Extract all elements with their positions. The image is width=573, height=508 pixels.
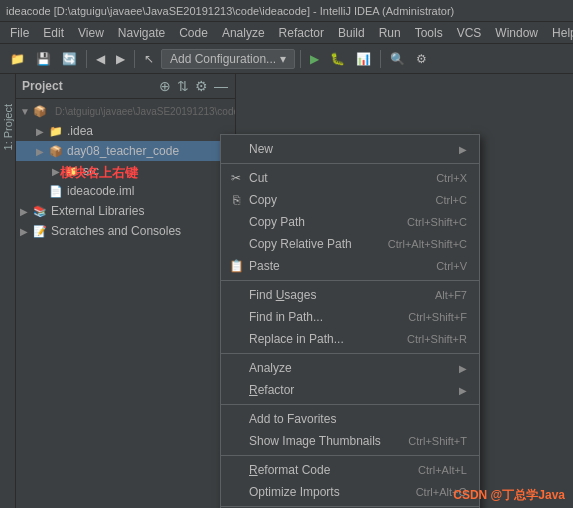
ctx-item-refactor[interactable]: Refactor ▶ xyxy=(221,379,479,401)
ctx-item-cut[interactable]: ✂ Cut Ctrl+X xyxy=(221,167,479,189)
scratch-icon: 📝 xyxy=(32,223,48,239)
ctx-label-find-usages: Find Usages xyxy=(249,288,316,302)
menu-code[interactable]: Code xyxy=(173,24,214,42)
ctx-shortcut-paste: Ctrl+V xyxy=(436,260,467,272)
project-panel: Project ⊕ ⇅ ⚙ — ▼ 📦 ideacode D:\atguigu\… xyxy=(16,74,236,508)
project-tab-label[interactable]: 1: Project xyxy=(2,104,14,150)
tree-arrow-src: ▶ xyxy=(52,166,64,177)
ctx-label-copy-path: Copy Path xyxy=(249,215,305,229)
tree-arrow-idea: ▶ xyxy=(36,126,48,137)
analyze-submenu-arrow: ▶ xyxy=(459,363,467,374)
toolbar-back-btn[interactable]: ◀ xyxy=(92,50,109,68)
tree-label-idea: .idea xyxy=(67,124,231,138)
panel-sort-icon[interactable]: ⇅ xyxy=(176,77,190,95)
ctx-shortcut-cut: Ctrl+X xyxy=(436,172,467,184)
toolbar-open-btn[interactable]: 📁 xyxy=(6,50,29,68)
toolbar-debug-btn[interactable]: 🐛 xyxy=(326,50,349,68)
ctx-item-optimize-imports[interactable]: Optimize Imports Ctrl+Alt+O xyxy=(221,481,479,503)
watermark: CSDN @丁总学Java xyxy=(453,487,565,504)
menu-help[interactable]: Help xyxy=(546,24,573,42)
ctx-item-replace-in-path[interactable]: Replace in Path... Ctrl+Shift+R xyxy=(221,328,479,350)
toolbar-search-btn[interactable]: 🔍 xyxy=(386,50,409,68)
title-bar: ideacode [D:\atguigu\javaee\JavaSE201912… xyxy=(0,0,573,22)
ctx-label-analyze: Analyze xyxy=(249,361,292,375)
ctx-item-reformat[interactable]: Reformat Code Ctrl+Alt+L xyxy=(221,459,479,481)
panel-header: Project ⊕ ⇅ ⚙ — xyxy=(16,74,235,99)
tree-item-ideacode[interactable]: ▼ 📦 ideacode D:\atguigu\javaee\JavaSE201… xyxy=(16,101,235,121)
menu-tools[interactable]: Tools xyxy=(409,24,449,42)
tree-arrow-scratches: ▶ xyxy=(20,226,32,237)
menu-run[interactable]: Run xyxy=(373,24,407,42)
tree-arrow-ext-libs: ▶ xyxy=(20,206,32,217)
menu-vcs[interactable]: VCS xyxy=(451,24,488,42)
toolbar-run-btn[interactable]: ▶ xyxy=(306,50,323,68)
ctx-label-reformat: Reformat Code xyxy=(249,463,330,477)
menu-view[interactable]: View xyxy=(72,24,110,42)
ctx-item-paste[interactable]: 📋 Paste Ctrl+V xyxy=(221,255,479,277)
toolbar-settings-btn[interactable]: ⚙ xyxy=(412,50,431,68)
module-icon-ideacode: 📦 xyxy=(32,103,48,119)
ctx-shortcut-copy-relative-path: Ctrl+Alt+Shift+C xyxy=(388,238,467,250)
tree-label-scratches: Scratches and Consoles xyxy=(51,224,231,238)
toolbar-separator-4 xyxy=(380,50,381,68)
ctx-item-find-in-path[interactable]: Find in Path... Ctrl+Shift+F xyxy=(221,306,479,328)
ctx-item-add-favorites[interactable]: Add to Favorites xyxy=(221,408,479,430)
add-config-arrow-icon: ▾ xyxy=(280,52,286,66)
toolbar-cursor-btn[interactable]: ↖ xyxy=(140,50,158,68)
tree-label-iml: ideacode.iml xyxy=(67,184,231,198)
add-configuration-button[interactable]: Add Configuration... ▾ xyxy=(161,49,295,69)
context-menu: New ▶ ✂ Cut Ctrl+X ⎘ Copy Ctrl+C Copy Pa… xyxy=(220,134,480,508)
side-tab[interactable]: 1: Project xyxy=(0,74,16,508)
menu-build[interactable]: Build xyxy=(332,24,371,42)
toolbar-separator-1 xyxy=(86,50,87,68)
ctx-sep-6 xyxy=(221,506,479,507)
tree-item-iml[interactable]: ▶ 📄 ideacode.iml xyxy=(16,181,235,201)
ctx-item-new[interactable]: New ▶ xyxy=(221,138,479,160)
panel-minimize-icon[interactable]: — xyxy=(213,77,229,95)
module-icon-day08: 📦 xyxy=(48,143,64,159)
ctx-item-analyze[interactable]: Analyze ▶ xyxy=(221,357,479,379)
ctx-item-find-usages[interactable]: Find Usages Alt+F7 xyxy=(221,284,479,306)
toolbar-save-btn[interactable]: 💾 xyxy=(32,50,55,68)
menu-edit[interactable]: Edit xyxy=(37,24,70,42)
toolbar-sync-btn[interactable]: 🔄 xyxy=(58,50,81,68)
ctx-label-copy-relative-path: Copy Relative Path xyxy=(249,237,352,251)
ctx-item-copy-path[interactable]: Copy Path Ctrl+Shift+C xyxy=(221,211,479,233)
tree-item-src[interactable]: ▶ 📁 src xyxy=(16,161,235,181)
ctx-label-cut: Cut xyxy=(249,171,268,185)
menu-window[interactable]: Window xyxy=(489,24,544,42)
tree-item-ext-libs[interactable]: ▶ 📚 External Libraries xyxy=(16,201,235,221)
ctx-label-refactor: Refactor xyxy=(249,383,294,397)
tree-item-idea[interactable]: ▶ 📁 .idea xyxy=(16,121,235,141)
menu-file[interactable]: File xyxy=(4,24,35,42)
ctx-shortcut-find-in-path: Ctrl+Shift+F xyxy=(408,311,467,323)
ctx-label-optimize-imports: Optimize Imports xyxy=(249,485,340,499)
ctx-shortcut-copy: Ctrl+C xyxy=(436,194,467,206)
toolbar-forward-btn[interactable]: ▶ xyxy=(112,50,129,68)
refactor-submenu-arrow: ▶ xyxy=(459,385,467,396)
toolbar-profile-btn[interactable]: 📊 xyxy=(352,50,375,68)
ctx-shortcut-reformat: Ctrl+Alt+L xyxy=(418,464,467,476)
ctx-item-copy[interactable]: ⎘ Copy Ctrl+C xyxy=(221,189,479,211)
toolbar: 📁 💾 🔄 ◀ ▶ ↖ Add Configuration... ▾ ▶ 🐛 📊… xyxy=(0,44,573,74)
ctx-shortcut-thumbnails: Ctrl+Shift+T xyxy=(408,435,467,447)
panel-gear-icon[interactable]: ⚙ xyxy=(194,77,209,95)
folder-icon-idea: 📁 xyxy=(48,123,64,139)
menu-analyze[interactable]: Analyze xyxy=(216,24,271,42)
folder-icon-src: 📁 xyxy=(64,163,80,179)
tree-item-day08[interactable]: ▶ 📦 day08_teacher_code xyxy=(16,141,235,161)
ctx-sep-1 xyxy=(221,163,479,164)
ctx-item-copy-relative-path[interactable]: Copy Relative Path Ctrl+Alt+Shift+C xyxy=(221,233,479,255)
ctx-label-show-thumbnails: Show Image Thumbnails xyxy=(249,434,381,448)
tree-item-scratches[interactable]: ▶ 📝 Scratches and Consoles xyxy=(16,221,235,241)
tree-arrow-day08: ▶ xyxy=(36,146,48,157)
panel-add-icon[interactable]: ⊕ xyxy=(158,77,172,95)
tree-label-src: src xyxy=(83,164,231,178)
iml-icon: 📄 xyxy=(48,183,64,199)
paste-icon: 📋 xyxy=(229,259,243,273)
menu-refactor[interactable]: Refactor xyxy=(273,24,330,42)
ctx-item-show-thumbnails[interactable]: Show Image Thumbnails Ctrl+Shift+T xyxy=(221,430,479,452)
menu-navigate[interactable]: Navigate xyxy=(112,24,171,42)
tree-path-ideacode: D:\atguigu\javaee\JavaSE20191213\code\id… xyxy=(55,106,235,117)
new-submenu-arrow: ▶ xyxy=(459,144,467,155)
